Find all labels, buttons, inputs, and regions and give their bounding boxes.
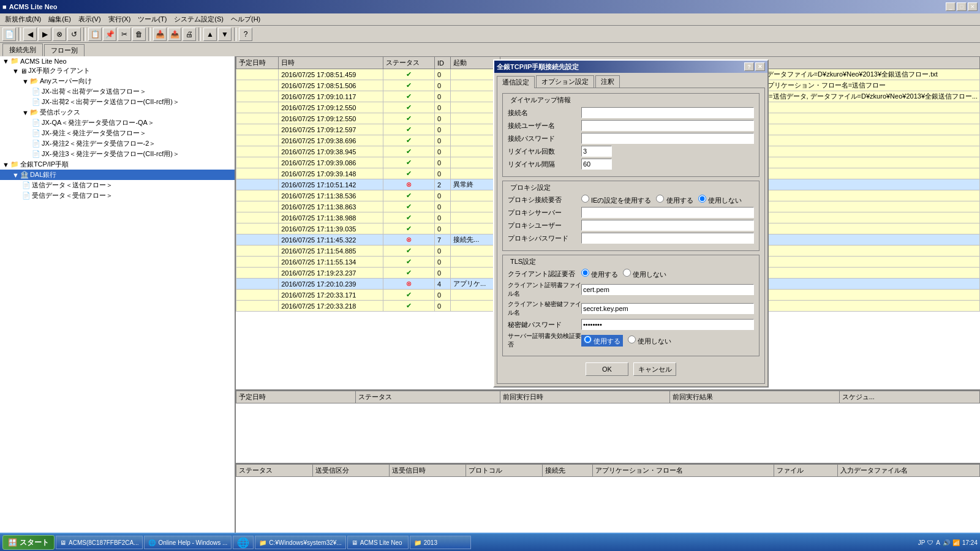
cell-id: 0	[434, 124, 450, 135]
tls-row-auth: クライアント認証要否 使用する 使用しない	[508, 269, 754, 279]
dialup-row-pass: 接続パスワード	[508, 133, 754, 144]
proxy-row-user: プロキシユーザー	[508, 220, 754, 231]
tls-verify-use[interactable]: 使用する	[581, 335, 623, 347]
tree-item-jx[interactable]: ▼ 🖥 JX手順クライアント	[0, 66, 235, 76]
mid-col-schedule: スケジュ...	[839, 391, 979, 403]
menu-run[interactable]: 実行(X)	[105, 13, 135, 25]
tree-item-any[interactable]: ▼ 📂 Anyスーパー向け	[0, 76, 235, 86]
taskbar-item-acms2[interactable]: 🖥 ACMS Lite Neo	[347, 536, 409, 549]
dialup-retry-input[interactable]	[581, 146, 612, 157]
taskbar-item-2013[interactable]: 📁 2013	[410, 536, 471, 549]
toolbar-stop[interactable]: ⊗	[53, 28, 66, 41]
tls-verify-use-input[interactable]	[584, 335, 592, 343]
proxy-radio-nouse-input[interactable]	[698, 195, 706, 203]
proxy-radio-nouse[interactable]: 使用しない	[698, 195, 742, 205]
taskbar-item-explorer[interactable]: 📁 C:¥Windows¥system32¥...	[255, 536, 345, 549]
start-button[interactable]: 🪟 スタート	[2, 535, 55, 550]
tree-item-acms[interactable]: ▼ 📁 ACMS Lite Neo	[0, 56, 235, 66]
proxy-radio-ie[interactable]: IEの設定を使用する	[581, 195, 651, 205]
taskbar-item-help[interactable]: 🌐 Online Help - Windows ...	[144, 536, 232, 549]
proxy-radio-ie-input[interactable]	[581, 195, 589, 203]
tree-item-inbox[interactable]: ▼ 📂 受信ボックス	[0, 107, 235, 118]
tab-by-connection[interactable]: 接続先別	[2, 43, 43, 56]
dialog-cancel-button[interactable]: キャンセル	[633, 362, 676, 376]
tree-item-dal[interactable]: ▼ 🏦 DAL銀行	[0, 170, 235, 180]
tls-auth-use-input[interactable]	[581, 269, 589, 277]
dialog-close-button[interactable]: ✕	[755, 62, 765, 71]
tls-auth-nouse-input[interactable]	[623, 269, 631, 277]
dialog-tab-note[interactable]: 注釈	[595, 75, 620, 88]
toolbar-refresh[interactable]: ↺	[67, 28, 81, 41]
tree-item-qa[interactable]: 📄 JX-QA＜発注データ受信フロー-QA＞	[0, 118, 235, 128]
proxy-radio-use-input[interactable]	[656, 195, 664, 203]
tab-by-flow[interactable]: フロー別	[44, 44, 85, 56]
toolbar-copy[interactable]: 📋	[88, 28, 102, 41]
cell-id: 0	[434, 91, 450, 102]
tree-item-order1[interactable]: 📄 JX-発注＜発注データ受信フロー＞	[0, 128, 235, 138]
toolbar-back[interactable]: ◀	[23, 28, 37, 41]
dialup-pass-input[interactable]	[581, 133, 754, 144]
tls-verify-nouse-input[interactable]	[628, 335, 636, 343]
low-col-protocol: プロトコル	[466, 465, 542, 477]
tls-cert-label: クライアント証明書ファイル名	[508, 281, 581, 298]
cell-id: 4	[434, 279, 450, 290]
close-button[interactable]: ✕	[968, 2, 978, 11]
tree-item-flow1[interactable]: 📄 JX-出荷＜出荷データ送信フロー＞	[0, 86, 235, 97]
dialup-interval-input[interactable]	[581, 159, 612, 170]
toolbar-new[interactable]: 📄	[2, 28, 16, 41]
cell-status: ✔	[383, 246, 434, 257]
proxy-row-server: プロキシサーバー	[508, 207, 754, 218]
dialog-help-button[interactable]: ?	[744, 62, 754, 71]
tls-cert-input[interactable]	[581, 284, 754, 295]
toolbar-cut[interactable]: ✂	[118, 28, 131, 41]
proxy-user-input[interactable]	[581, 220, 754, 231]
dialup-name-input[interactable]	[581, 107, 754, 118]
minimize-button[interactable]: _	[946, 2, 956, 11]
taskbar-item-acms[interactable]: 🖥 ACMS(8C187FFBF2CA...	[56, 536, 143, 549]
tree-icon: 📄	[32, 140, 40, 148]
taskbar-acms2-icon: 🖥	[352, 539, 358, 546]
dialog-tab-comm[interactable]: 通信設定	[497, 76, 535, 88]
restore-button[interactable]: □	[957, 2, 967, 11]
dialog-tab-option[interactable]: オプション設定	[536, 75, 594, 88]
middle-table-container[interactable]: 予定日時 ステータス 前回実行日時 前回実行結果 スケジュ...	[236, 391, 980, 464]
tls-auth-nouse[interactable]: 使用しない	[623, 269, 666, 279]
toolbar-down[interactable]: ▼	[218, 28, 232, 41]
tree-item-recv[interactable]: 📄 受信データ＜受信フロー＞	[0, 190, 235, 201]
toolbar-help[interactable]: ?	[239, 28, 252, 41]
lower-table-container[interactable]: ステータス 送受信区分 送受信日時 プロトコル 接続先 アプリケーション・フロー…	[236, 464, 980, 538]
toolbar-paste[interactable]: 📌	[103, 28, 116, 41]
proxy-server-input[interactable]	[581, 207, 754, 218]
toolbar-up[interactable]: ▲	[203, 28, 217, 41]
toolbar-import[interactable]: 📥	[153, 28, 167, 41]
menu-settings[interactable]: システム設定(S)	[170, 13, 227, 25]
tree-item-flow2[interactable]: 📄 JX-出荷2＜出荷データ送信フロー(CII-rcf用)＞	[0, 97, 235, 107]
proxy-pass-input[interactable]	[581, 233, 754, 244]
dialog-content: ダイヤルアップ情報 接続名 接続ユーザー名 接続パスワード	[497, 88, 765, 384]
dialog-ok-button[interactable]: OK	[586, 362, 628, 376]
tree-item-zengin[interactable]: ▼ 📁 全銀TCP/IP手順	[0, 159, 235, 170]
tls-verify-nouse[interactable]: 使用しない	[628, 335, 671, 346]
upper-table-container[interactable]: 予定日時 日時 ステータス ID 起動 メッセージ 2016/07/25 17:…	[236, 56, 980, 391]
cell-id: 0	[434, 113, 450, 124]
tree-item-order3[interactable]: 📄 JX-発注3＜発注データ受信フロー(CII-rcf用)＞	[0, 149, 235, 159]
tls-auth-use[interactable]: 使用する	[581, 269, 618, 279]
tree-item-order2[interactable]: 📄 JX-発注2＜発注データ受信フロー-2＞	[0, 138, 235, 149]
menu-new[interactable]: 新規作成(N)	[1, 13, 45, 25]
proxy-radio-use[interactable]: 使用する	[656, 195, 693, 205]
menu-view[interactable]: 表示(V)	[75, 13, 105, 25]
menu-tools[interactable]: ツール(T)	[134, 13, 170, 25]
tls-key-input[interactable]	[581, 303, 754, 314]
taskbar-tray: JP 🛡 A 🔊 📶 17:24	[918, 539, 978, 546]
menu-help[interactable]: ヘルプ(H)	[227, 13, 264, 25]
toolbar-print[interactable]: 🖨	[183, 28, 196, 41]
taskbar-item-chrome[interactable]: 🌐	[233, 536, 254, 549]
dialup-user-input[interactable]	[581, 120, 754, 131]
tls-keypass-input[interactable]	[581, 319, 754, 330]
toolbar-delete[interactable]: 🗑	[132, 28, 146, 41]
toolbar-forward[interactable]: ▶	[38, 28, 51, 41]
menu-edit[interactable]: 編集(E)	[45, 13, 75, 25]
cell-scheduled	[236, 257, 279, 268]
toolbar-export[interactable]: 📤	[168, 28, 181, 41]
tree-item-send[interactable]: 📄 送信データ＜送信フロー＞	[0, 180, 235, 190]
